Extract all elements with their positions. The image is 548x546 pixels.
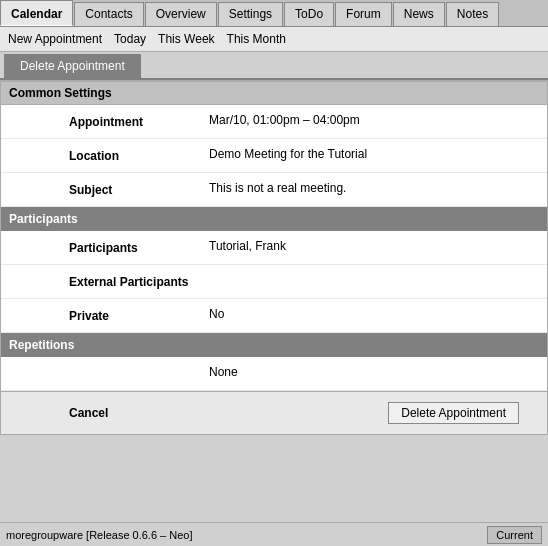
participants-row: Participants Tutorial, Frank (1, 231, 547, 265)
appointment-label: Appointment (9, 113, 209, 129)
delete-appointment-tab[interactable]: Delete Appointment (4, 54, 141, 78)
current-button[interactable]: Current (487, 526, 542, 544)
location-row: Location Demo Meeting for the Tutorial (1, 139, 547, 173)
location-label: Location (9, 147, 209, 163)
this-week-btn[interactable]: This Week (156, 31, 216, 47)
top-nav-bar: Calendar Contacts Overview Settings ToDo… (0, 0, 548, 27)
this-month-btn[interactable]: This Month (225, 31, 288, 47)
repetitions-header: Repetitions (1, 333, 547, 357)
new-appointment-btn[interactable]: New Appointment (6, 31, 104, 47)
main-content: Common Settings Appointment Mar/10, 01:0… (0, 80, 548, 435)
tab-settings[interactable]: Settings (218, 2, 283, 26)
subject-row: Subject This is not a real meeting. (1, 173, 547, 207)
action-row: Cancel Delete Appointment (1, 391, 547, 434)
participants-label: Participants (9, 239, 209, 255)
participants-header: Participants (1, 207, 547, 231)
tab-contacts[interactable]: Contacts (74, 2, 143, 26)
appointment-value: Mar/10, 01:00pm – 04:00pm (209, 113, 539, 127)
tab-calendar[interactable]: Calendar (0, 0, 73, 26)
tab-todo[interactable]: ToDo (284, 2, 334, 26)
private-row: Private No (1, 299, 547, 333)
subject-value: This is not a real meeting. (209, 181, 539, 195)
location-value: Demo Meeting for the Tutorial (209, 147, 539, 161)
participants-value: Tutorial, Frank (209, 239, 539, 253)
tab-notes[interactable]: Notes (446, 2, 499, 26)
appointment-row: Appointment Mar/10, 01:00pm – 04:00pm (1, 105, 547, 139)
content-tab-bar: Delete Appointment (0, 52, 548, 80)
private-value: No (209, 307, 539, 321)
external-participants-row: External Participants (1, 265, 547, 299)
subject-label: Subject (9, 181, 209, 197)
cancel-link[interactable]: Cancel (9, 406, 388, 420)
version-text: moregroupware [Release 0.6.6 – Neo] (6, 529, 487, 541)
common-settings-header: Common Settings (1, 81, 547, 105)
private-label: Private (9, 307, 209, 323)
tab-forum[interactable]: Forum (335, 2, 392, 26)
external-participants-label: External Participants (9, 273, 209, 289)
today-btn[interactable]: Today (112, 31, 148, 47)
calendar-toolbar: New Appointment Today This Week This Mon… (0, 27, 548, 52)
delete-appointment-button[interactable]: Delete Appointment (388, 402, 519, 424)
repetition-row: None (1, 357, 547, 391)
tab-overview[interactable]: Overview (145, 2, 217, 26)
repetition-value: None (209, 365, 539, 379)
tab-news[interactable]: News (393, 2, 445, 26)
status-bar: moregroupware [Release 0.6.6 – Neo] Curr… (0, 522, 548, 546)
repetition-label (9, 365, 209, 367)
